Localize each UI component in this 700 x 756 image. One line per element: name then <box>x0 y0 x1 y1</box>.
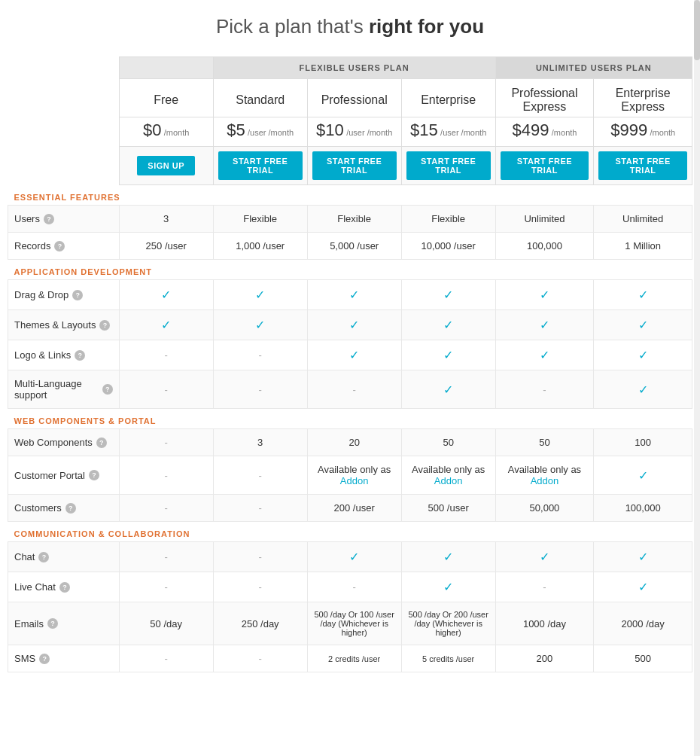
plan-professional-name: Professional <box>307 79 401 117</box>
feature-name-records: Records ? <box>8 233 120 260</box>
feature-row-themes: Themes & Layouts ? ✓ ✓ ✓ ✓ ✓ ✓ <box>8 310 692 340</box>
feature-row-chat: Chat ? - - ✓ ✓ ✓ ✓ <box>8 542 692 572</box>
plan-standard-name: Standard <box>213 79 307 117</box>
pricing-page: Pick a plan that's right for you FLEXIBL… <box>0 0 700 687</box>
unlimited-group-header: UNLIMITED USERS PLAN <box>495 57 692 79</box>
comm-section-header: COMMUNICATION & COLLABORATION <box>8 522 692 542</box>
proexpress-btn-cell: START FREE TRIAL <box>495 147 594 185</box>
proexpress-trial-button[interactable]: START FREE TRIAL <box>501 151 589 180</box>
free-signup-button[interactable]: SIGN UP <box>137 156 195 175</box>
professional-btn-cell: START FREE TRIAL <box>307 147 401 185</box>
feature-row-records: Records ? 250 /user 1,000 /user 5,000 /u… <box>8 233 692 260</box>
plan-group-header-row: FLEXIBLE USERS PLAN UNLIMITED USERS PLAN <box>8 57 692 79</box>
emails-info-icon[interactable]: ? <box>47 618 58 629</box>
addon-link-pro[interactable]: Addon <box>340 475 369 486</box>
feature-row-webcomp: Web Components ? - 3 20 50 50 100 <box>8 429 692 456</box>
proexpress-price-cell: $499 /month <box>495 117 594 147</box>
webcomp-section-header: WEB COMPONENTS & PORTAL <box>8 409 692 429</box>
scrollbar-thumb[interactable] <box>694 0 700 60</box>
feature-row-dragdrop: Drag & Drop ? ✓ ✓ ✓ ✓ ✓ ✓ <box>8 280 692 310</box>
standard-trial-button[interactable]: START FREE TRIAL <box>218 151 303 180</box>
standard-price-cell: $5 /user /month <box>213 117 307 147</box>
feature-row-customers: Customers ? - - 200 /user 500 /user 50,0… <box>8 495 692 522</box>
feature-row-logo: Logo & Links ? - - ✓ ✓ ✓ ✓ <box>8 340 692 370</box>
essential-section-header: ESSENTIAL FEATURES <box>8 185 692 206</box>
flexible-group-header: FLEXIBLE USERS PLAN <box>213 57 495 79</box>
logo-info-icon[interactable]: ? <box>75 350 85 361</box>
customers-info-icon[interactable]: ? <box>65 503 76 514</box>
feature-row-emails: Emails ? 50 /day 250 /day 500 /day Or 10… <box>8 602 692 645</box>
users-info-icon[interactable]: ? <box>44 214 54 224</box>
themes-info-icon[interactable]: ? <box>99 320 110 331</box>
free-price-cell: $0 /month <box>119 117 213 147</box>
sms-info-icon[interactable]: ? <box>39 654 50 664</box>
plan-free-name: Free <box>119 79 213 117</box>
free-btn-cell: SIGN UP <box>119 147 213 185</box>
chat-info-icon[interactable]: ? <box>38 552 49 562</box>
dragdrop-info-icon[interactable]: ? <box>72 290 83 300</box>
webcomp-info-icon[interactable]: ? <box>96 437 107 448</box>
standard-btn-cell: START FREE TRIAL <box>213 147 307 185</box>
professional-trial-button[interactable]: START FREE TRIAL <box>312 151 397 180</box>
entexpress-trial-button[interactable]: START FREE TRIAL <box>598 151 687 180</box>
feature-name-users: Users ? <box>8 206 120 233</box>
custportal-info-icon[interactable]: ? <box>89 470 99 480</box>
records-info-icon[interactable]: ? <box>54 241 65 251</box>
entexpress-btn-cell: START FREE TRIAL <box>594 147 692 185</box>
scrollbar-track <box>694 0 700 687</box>
enterprise-trial-button[interactable]: START FREE TRIAL <box>406 151 491 180</box>
appdev-section-header: APPLICATION DEVELOPMENT <box>8 260 692 280</box>
addon-link-pex[interactable]: Addon <box>531 475 559 486</box>
page-title: Pick a plan that's right for you <box>8 15 692 38</box>
feature-row-sms: SMS ? - - 2 credits /user 5 credits /use… <box>8 645 692 672</box>
plan-buttons-row: SIGN UP START FREE TRIAL START FREE TRIA… <box>8 147 692 185</box>
addon-link-ent[interactable]: Addon <box>434 475 463 486</box>
feature-row-custportal: Customer Portal ? - - Available only as … <box>8 456 692 495</box>
feature-row-livechat: Live Chat ? - - - ✓ - ✓ <box>8 572 692 602</box>
enterprise-btn-cell: START FREE TRIAL <box>401 147 495 185</box>
plan-names-row: Free Standard Professional Enterprise Pr… <box>8 79 692 117</box>
entexpress-price-cell: $999 /month <box>594 117 692 147</box>
plan-proexpress-name: Professional Express <box>495 79 594 117</box>
pricing-table: FLEXIBLE USERS PLAN UNLIMITED USERS PLAN… <box>8 56 692 672</box>
feature-row-multilang: Multi-Language support ? - - - ✓ - ✓ <box>8 370 692 409</box>
professional-price-cell: $10 /user /month <box>307 117 401 147</box>
plan-entexpress-name: Enterprise Express <box>594 79 692 117</box>
enterprise-price-cell: $15 /user /month <box>401 117 495 147</box>
feature-row-users: Users ? 3 Flexible Flexible Flexible Unl… <box>8 206 692 233</box>
plan-enterprise-name: Enterprise <box>401 79 495 117</box>
livechat-info-icon[interactable]: ? <box>59 582 70 593</box>
plan-prices-row: $0 /month $5 /user /month $10 /user /mon… <box>8 117 692 147</box>
multilang-info-icon[interactable]: ? <box>102 384 113 395</box>
